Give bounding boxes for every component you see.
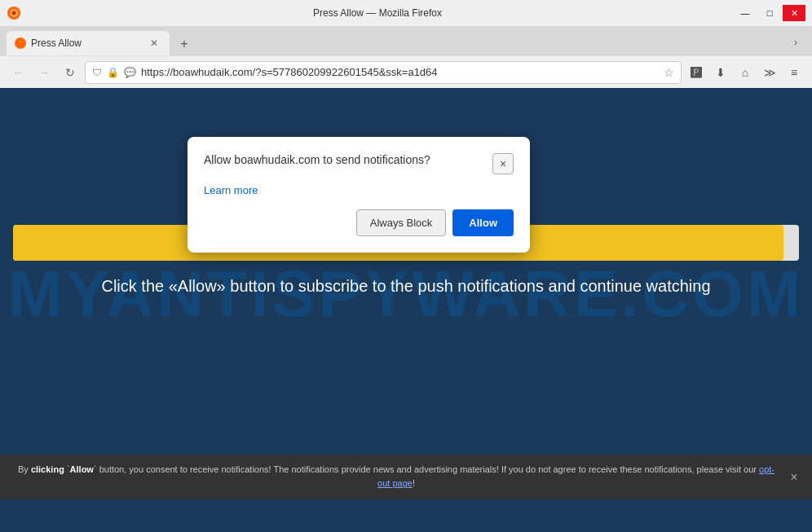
home-button[interactable]: ⌂ [734, 61, 757, 84]
tab-favicon-icon [15, 37, 26, 49]
refresh-button[interactable]: ↻ [59, 61, 82, 84]
extensions-button[interactable]: ≫ [758, 61, 781, 84]
popup-buttons: Always Block Allow [204, 209, 514, 236]
close-window-button[interactable]: ✕ [783, 5, 805, 21]
bottom-bar-exclamation: ! [413, 478, 415, 488]
pocket-button[interactable]: 🅿 [685, 61, 708, 84]
hamburger-menu-button[interactable]: ≡ [783, 61, 805, 84]
maximize-button[interactable]: □ [758, 5, 781, 21]
active-tab[interactable]: Press Allow ✕ [7, 31, 170, 55]
svg-point-2 [12, 11, 16, 15]
bottom-bar-close-button[interactable]: × [784, 467, 804, 486]
allow-button[interactable]: Allow [452, 209, 514, 236]
clicking-word: clicking [31, 464, 64, 474]
allow-word-in-bar: Allow [70, 464, 94, 474]
tab-overflow-button[interactable]: › [786, 33, 805, 52]
tab-label: Press Allow [31, 37, 142, 49]
firefox-logo-icon [7, 6, 21, 20]
notifications-icon: 💬 [124, 67, 136, 78]
url-text: https://boawhudaik.com/?s=57786020992260… [141, 66, 659, 78]
shield-icon: 🛡 [92, 67, 102, 78]
learn-more-link[interactable]: Learn more [204, 184, 514, 196]
tab-overflow-area: › [786, 33, 805, 55]
notification-popup: Allow boawhudaik.com to send notificatio… [188, 137, 530, 253]
bottom-bar-text-prefix: By [18, 464, 31, 474]
bottom-bar-rest1: ` button, you consent to receive notific… [94, 464, 759, 474]
bottom-notification-bar: By clicking `Allow` button, you consent … [0, 455, 812, 499]
download-button[interactable]: ⬇ [709, 61, 732, 84]
bookmark-star-icon[interactable]: ☆ [664, 66, 674, 79]
window-controls: — □ ✕ [734, 5, 805, 21]
new-tab-button[interactable]: + [173, 33, 196, 55]
minimize-button[interactable]: — [734, 5, 757, 21]
subscribe-text: Click the «Allow» button to subscribe to… [0, 277, 812, 296]
tab-close-button[interactable]: ✕ [147, 36, 161, 51]
window-title: Press Allow — Mozilla Firefox [21, 7, 734, 19]
popup-header: Allow boawhudaik.com to send notificatio… [204, 153, 514, 174]
bottom-bar-backtick1: ` [64, 464, 70, 474]
address-bar[interactable]: 🛡 🔒 💬 https://boawhudaik.com/?s=57786020… [85, 61, 682, 84]
title-bar-left [7, 6, 21, 20]
back-button[interactable]: ← [7, 61, 29, 84]
subscribe-text-content: Click the «Allow» button to subscribe to… [101, 277, 710, 295]
lock-icon: 🔒 [107, 67, 119, 78]
navigation-bar: ← → ↻ 🛡 🔒 💬 https://boawhudaik.com/?s=57… [0, 55, 812, 88]
forward-button[interactable]: → [33, 61, 55, 84]
always-block-button[interactable]: Always Block [356, 209, 447, 236]
tab-bar: Press Allow ✕ + › [0, 26, 812, 55]
popup-title: Allow boawhudaik.com to send notificatio… [204, 153, 484, 166]
title-bar: Press Allow — Mozilla Firefox — □ ✕ [0, 0, 812, 26]
page-content: MYANTISPYWARE.COM 98% Click the «Allow» … [0, 88, 812, 499]
popup-close-button[interactable]: × [492, 153, 514, 174]
nav-right-icons: 🅿 ⬇ ⌂ ≫ ≡ [685, 61, 805, 84]
